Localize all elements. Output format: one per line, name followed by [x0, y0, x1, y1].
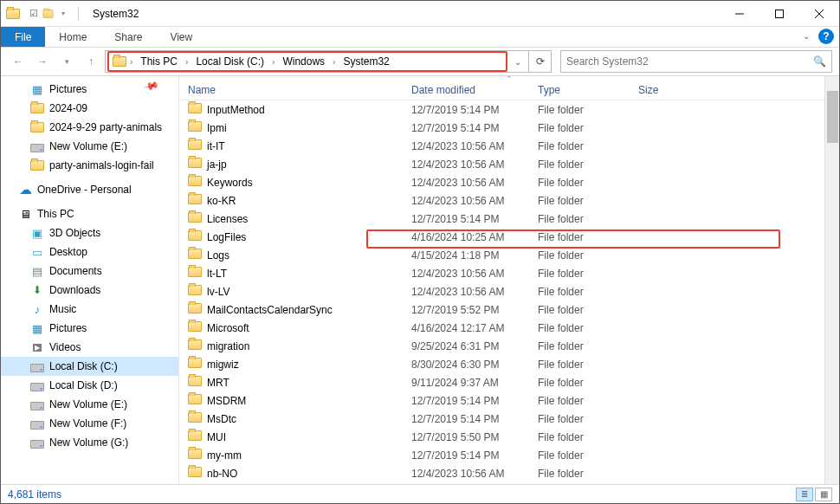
tab-share[interactable]: Share: [100, 27, 156, 47]
folder-icon: [188, 321, 202, 334]
table-row[interactable]: MRT9/11/2024 9:37 AMFile folder: [179, 373, 839, 391]
tree-pictures2[interactable]: Pictures: [1, 319, 178, 338]
recent-locations-icon[interactable]: ▾: [56, 51, 77, 72]
file-type: File folder: [538, 322, 638, 334]
pc-icon: [18, 207, 32, 221]
table-row[interactable]: Microsoft4/16/2024 12:17 AMFile folder: [179, 319, 839, 337]
chevron-right-icon[interactable]: ›: [182, 57, 191, 67]
crumb-windows[interactable]: Windows: [278, 53, 329, 70]
tree-quick-item[interactable]: 2024-09: [1, 99, 178, 118]
file-type: File folder: [538, 286, 638, 298]
table-row[interactable]: lv-LV12/4/2023 10:56 AMFile folder: [179, 282, 839, 300]
table-row[interactable]: MSDRM12/7/2019 5:14 PMFile folder: [179, 391, 839, 410]
col-name[interactable]: Name: [188, 84, 411, 96]
tab-home[interactable]: Home: [45, 27, 100, 47]
refresh-button[interactable]: ⟳: [528, 50, 551, 73]
table-row[interactable]: my-mm12/7/2019 5:14 PMFile folder: [179, 446, 839, 464]
crumb-thispc[interactable]: This PC: [136, 53, 182, 70]
file-type: File folder: [538, 304, 638, 316]
tree-desktop[interactable]: Desktop: [1, 242, 178, 262]
tree-quick-item[interactable]: party-animals-login-fail: [1, 156, 178, 175]
file-date: 12/7/2019 5:52 PM: [411, 304, 538, 316]
qat-properties-icon[interactable]: ☑: [27, 7, 40, 20]
col-size[interactable]: Size: [638, 84, 690, 96]
tree-label: Documents: [49, 265, 102, 277]
col-date[interactable]: Date modified: [411, 84, 538, 96]
crumb-system32[interactable]: System32: [339, 53, 393, 70]
tree-drive-f[interactable]: New Volume (F:): [1, 414, 178, 433]
table-row[interactable]: migration9/25/2024 6:31 PMFile folder: [179, 337, 839, 355]
column-headers: Name Date modified Type Size: [179, 80, 839, 100]
file-name: MailContactsCalendarSync: [207, 304, 333, 316]
search-icon[interactable]: 🔍: [813, 55, 826, 68]
search-input[interactable]: [566, 55, 826, 68]
table-row[interactable]: lt-LT12/4/2023 10:56 AMFile folder: [179, 264, 839, 282]
pictures-icon: [30, 82, 44, 96]
table-row[interactable]: MsDtc12/7/2019 5:14 PMFile folder: [179, 410, 839, 428]
address-bar[interactable]: › This PC › Local Disk (C:) › Windows › …: [107, 51, 507, 72]
folder-icon: [188, 212, 202, 225]
file-date: 12/7/2019 5:14 PM: [411, 395, 538, 407]
tree-label: Videos: [49, 341, 81, 353]
file-type: File folder: [538, 249, 638, 262]
file-date: 12/7/2019 5:14 PM: [411, 413, 538, 425]
table-row[interactable]: MUI12/7/2019 5:50 PMFile folder: [179, 428, 839, 446]
chevron-right-icon[interactable]: ›: [268, 57, 278, 67]
nav-tree[interactable]: 📌 Pictures 2024-09 2024-9-29 party-anima…: [1, 76, 179, 484]
table-row[interactable]: it-IT12/4/2023 10:56 AMFile folder: [179, 137, 839, 155]
chevron-right-icon[interactable]: ›: [329, 57, 339, 67]
back-button[interactable]: ←: [8, 51, 29, 72]
table-row[interactable]: Ipmi12/7/2019 5:14 PMFile folder: [179, 119, 839, 137]
file-name: migration: [207, 340, 249, 352]
table-row[interactable]: ko-KR12/4/2023 10:56 AMFile folder: [179, 191, 839, 210]
qat-newfolder-icon[interactable]: [42, 7, 55, 20]
tree-videos[interactable]: Videos: [1, 338, 178, 357]
help-button[interactable]: ?: [818, 29, 834, 44]
tree-music[interactable]: Music: [1, 300, 178, 319]
tree-downloads[interactable]: Downloads: [1, 281, 178, 300]
tree-thispc[interactable]: This PC: [1, 204, 178, 223]
minimize-button[interactable]: [720, 1, 759, 27]
view-large-button[interactable]: ▦: [815, 488, 832, 501]
forward-button[interactable]: →: [32, 51, 53, 72]
address-history-dropdown[interactable]: ⌄: [507, 57, 528, 67]
view-details-button[interactable]: ≣: [796, 488, 813, 501]
table-row[interactable]: InputMethod12/7/2019 5:14 PMFile folder: [179, 100, 839, 119]
tree-drive-c[interactable]: Local Disk (C:): [1, 357, 178, 376]
tree-quick-item[interactable]: New Volume (E:): [1, 137, 178, 156]
file-date: 12/7/2019 5:14 PM: [411, 449, 538, 462]
tree-onedrive[interactable]: OneDrive - Personal: [1, 180, 178, 199]
col-type[interactable]: Type: [538, 84, 638, 96]
close-button[interactable]: [799, 1, 839, 27]
table-row[interactable]: nb-NO12/4/2023 10:56 AMFile folder: [179, 464, 839, 482]
search-box[interactable]: 🔍: [560, 50, 832, 73]
table-row[interactable]: migwiz8/30/2024 6:30 PMFile folder: [179, 355, 839, 373]
table-row[interactable]: Keywords12/4/2023 10:56 AMFile folder: [179, 173, 839, 191]
table-row[interactable]: LogFiles4/16/2024 10:25 AMFile folder: [179, 228, 839, 246]
table-row[interactable]: ja-jp12/4/2023 10:56 AMFile folder: [179, 155, 839, 173]
up-button[interactable]: ↑: [81, 51, 101, 72]
tree-3dobjects[interactable]: 3D Objects: [1, 223, 178, 242]
tree-drive-g[interactable]: New Volume (G:): [1, 433, 178, 452]
file-date: 4/16/2024 12:17 AM: [411, 322, 538, 334]
maximize-button[interactable]: [759, 1, 799, 27]
folder-icon: [188, 176, 202, 189]
crumb-c[interactable]: Local Disk (C:): [191, 53, 268, 70]
drive-icon: [30, 359, 44, 373]
ribbon-collapse-icon[interactable]: ⌄: [803, 31, 810, 41]
table-row[interactable]: MailContactsCalendarSync12/7/2019 5:52 P…: [179, 300, 839, 319]
table-row[interactable]: Logs4/15/2024 1:18 PMFile folder: [179, 246, 839, 264]
file-type: File folder: [538, 395, 638, 407]
tab-view[interactable]: View: [156, 27, 206, 47]
tree-drive-e[interactable]: New Volume (E:): [1, 395, 178, 414]
tab-file[interactable]: File: [1, 27, 45, 47]
table-row[interactable]: Licenses12/7/2019 5:14 PMFile folder: [179, 210, 839, 228]
qat-dropdown-icon[interactable]: ▾: [56, 7, 69, 20]
tree-quick-item[interactable]: 2024-9-29 party-animals: [1, 118, 178, 137]
tree-drive-d[interactable]: Local Disk (D:): [1, 376, 178, 395]
tree-documents[interactable]: Documents: [1, 262, 178, 281]
scrollbar-thumb[interactable]: [827, 91, 838, 143]
window-title: System32: [93, 8, 139, 20]
vertical-scrollbar[interactable]: [824, 76, 839, 484]
chevron-right-icon[interactable]: ›: [126, 57, 136, 67]
